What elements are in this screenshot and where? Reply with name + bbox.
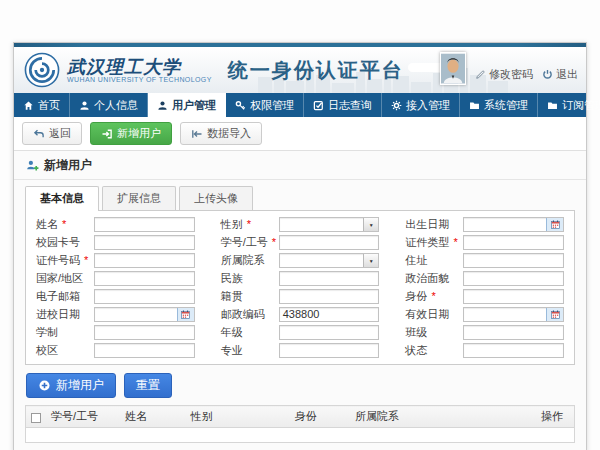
valid-date-label: 有效日期 — [405, 307, 463, 322]
campus-label: 校区 — [36, 343, 94, 358]
campus-input[interactable] — [94, 343, 195, 358]
column-header-name[interactable]: 姓名 — [120, 406, 186, 428]
gender-input[interactable]: ▼ — [279, 217, 380, 232]
gear-icon — [391, 100, 402, 111]
study-length-input[interactable] — [94, 325, 195, 340]
dropdown-arrow-icon[interactable]: ▼ — [363, 218, 378, 231]
gender-label: 性别 * — [221, 217, 279, 232]
status-input[interactable] — [463, 343, 564, 358]
department-input[interactable]: ▼ — [279, 253, 380, 268]
select-all-checkbox[interactable] — [31, 413, 41, 423]
content-area: 新增用户 基本信息扩展信息上传头像 姓名 *性别 *▼出生日期校园卡号学号/工号… — [14, 151, 586, 450]
required-asterisk: * — [81, 254, 88, 266]
nav-tab-access-management[interactable]: 接入管理 — [382, 93, 460, 117]
logout-link[interactable]: 退出 — [542, 67, 578, 82]
native-place-input[interactable] — [279, 289, 380, 304]
header-user-area: 修改密码 退出 — [440, 52, 578, 85]
department-label: 所属院系 — [221, 253, 279, 268]
column-header-identity[interactable]: 身份 — [290, 406, 350, 428]
form-field-campus-card-no: 校园卡号 — [36, 235, 195, 250]
nav-tab-user-management[interactable]: 用户管理 — [148, 93, 226, 117]
major-input[interactable] — [279, 343, 380, 358]
campus-card-no-input[interactable] — [94, 235, 195, 250]
change-password-link[interactable]: 修改密码 — [475, 67, 533, 82]
form-tabs: 基本信息扩展信息上传头像 — [25, 186, 575, 210]
enter-arrow-icon — [101, 128, 113, 140]
power-icon — [542, 69, 553, 80]
nav-tab-subscription-management[interactable]: 订阅管理 — [538, 93, 600, 117]
country-region-input[interactable] — [94, 271, 195, 286]
column-header-department[interactable]: 所属院系 — [350, 406, 536, 428]
form-field-email: 电子邮箱 — [36, 289, 195, 304]
ethnicity-label: 民族 — [221, 271, 279, 286]
form-field-native-place: 籍贯 — [221, 289, 380, 304]
user-icon — [157, 100, 168, 111]
form-field-name: 姓名 * — [36, 217, 195, 232]
political-status-input[interactable] — [463, 271, 564, 286]
tab-extended-info[interactable]: 扩展信息 — [102, 186, 176, 210]
folder-icon — [469, 100, 480, 111]
form-actions: 新增用户 重置 — [25, 365, 575, 405]
nav-tab-profile[interactable]: 个人信息 — [70, 93, 148, 117]
calendar-icon[interactable] — [177, 308, 194, 321]
form-field-postal-code: 邮政编码438800 — [221, 307, 380, 322]
folder-icon — [547, 100, 558, 111]
id-number-label: 证件号码 * — [36, 253, 94, 268]
data-import-button[interactable]: 数据导入 — [180, 122, 262, 145]
address-input[interactable] — [463, 253, 564, 268]
plus-circle-icon — [38, 379, 51, 392]
id-number-input[interactable] — [94, 253, 195, 268]
back-button[interactable]: 返回 — [22, 122, 82, 145]
identity-input[interactable] — [463, 289, 564, 304]
app-window: 武汉理工大学 WUHAN UNIVERSITY OF TECHNOLOGY 统一… — [13, 42, 587, 450]
name-input[interactable] — [94, 217, 195, 232]
user-avatar — [440, 52, 466, 85]
column-header-student-id[interactable]: 学号/工号 — [46, 406, 120, 428]
identity-label: 身份 * — [405, 289, 463, 304]
student-id-input[interactable] — [279, 235, 380, 250]
dropdown-arrow-icon[interactable]: ▼ — [363, 254, 378, 267]
form-field-country-region: 国家/地区 — [36, 271, 195, 286]
birth-date-input[interactable] — [463, 217, 564, 232]
nav-tab-home[interactable]: 首页 — [14, 93, 70, 117]
student-id-label: 学号/工号 * — [221, 235, 279, 250]
pencil-icon — [475, 69, 486, 80]
entry-date-input[interactable] — [94, 307, 195, 322]
submit-add-user-button[interactable]: 新增用户 — [26, 373, 116, 398]
class-label: 班级 — [405, 325, 463, 340]
calendar-icon[interactable] — [546, 308, 563, 321]
email-input[interactable] — [94, 289, 195, 304]
postal-code-input[interactable]: 438800 — [279, 307, 380, 322]
required-asterisk: * — [450, 236, 457, 248]
toolbar-add-user-button[interactable]: 新增用户 — [90, 122, 172, 145]
university-name: 武汉理工大学 — [67, 57, 212, 76]
ethnicity-input[interactable] — [279, 271, 380, 286]
major-label: 专业 — [221, 343, 279, 358]
reset-button[interactable]: 重置 — [124, 373, 172, 398]
main-nav: 首页个人信息用户管理权限管理日志查询接入管理系统管理订阅管理 — [14, 93, 586, 117]
tab-upload-avatar[interactable]: 上传头像 — [179, 186, 253, 210]
nav-tab-log-query[interactable]: 日志查询 — [304, 93, 382, 117]
form-region: 基本信息扩展信息上传头像 姓名 *性别 *▼出生日期校园卡号学号/工号 *证件类… — [14, 180, 586, 450]
birth-date-label: 出生日期 — [405, 217, 463, 232]
postal-code-label: 邮政编码 — [221, 307, 279, 322]
column-header-gender[interactable]: 性别 — [186, 406, 290, 428]
grade-input[interactable] — [279, 325, 380, 340]
nav-tab-permission-management[interactable]: 权限管理 — [226, 93, 304, 117]
form-field-student-id: 学号/工号 * — [221, 235, 380, 250]
class-input[interactable] — [463, 325, 564, 340]
form-field-identity: 身份 * — [405, 289, 564, 304]
nav-tab-system-management[interactable]: 系统管理 — [460, 93, 538, 117]
form-field-ethnicity: 民族 — [221, 271, 380, 286]
political-status-label: 政治面貌 — [405, 271, 463, 286]
key-icon — [235, 100, 246, 111]
valid-date-input[interactable] — [463, 307, 564, 322]
column-header-operation[interactable]: 操作 — [536, 406, 574, 428]
study-length-label: 学制 — [36, 325, 94, 340]
address-label: 住址 — [405, 253, 463, 268]
tab-basic-info[interactable]: 基本信息 — [25, 186, 99, 211]
calendar-icon[interactable] — [546, 218, 563, 231]
form-field-political-status: 政治面貌 — [405, 271, 564, 286]
import-arrow-icon — [191, 128, 203, 140]
id-type-input[interactable] — [463, 235, 564, 250]
